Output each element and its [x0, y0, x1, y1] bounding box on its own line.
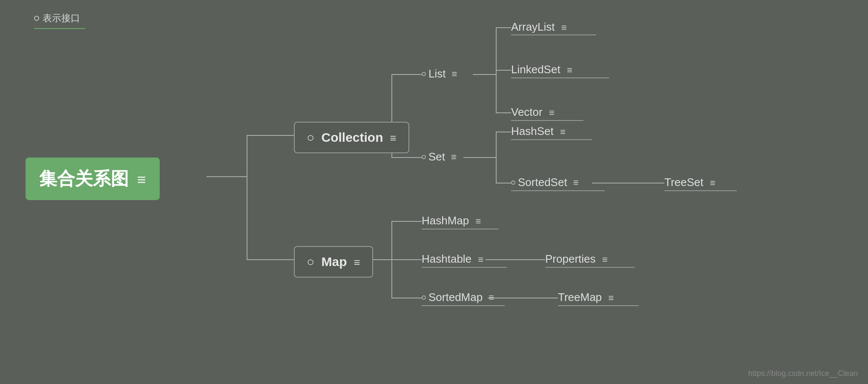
- legend-circle-icon: [34, 16, 39, 21]
- map-box[interactable]: ○ Map ≡: [294, 246, 373, 278]
- legend: 表示接口: [34, 12, 85, 29]
- root-menu-icon: ≡: [137, 171, 146, 188]
- list-label: List: [428, 67, 445, 80]
- sortedset-node[interactable]: SortedSet ≡: [511, 176, 579, 189]
- hashset-label: HashSet: [511, 125, 554, 138]
- treemap-label: TreeMap: [558, 291, 602, 304]
- set-menu-icon: ≡: [451, 152, 457, 163]
- arraylist-leaf[interactable]: ArrayList ≡: [511, 20, 567, 34]
- treemap-menu-icon: ≡: [608, 292, 614, 303]
- properties-menu-icon: ≡: [602, 254, 608, 265]
- linkedset-menu-icon: ≡: [567, 65, 572, 75]
- sortedmap-circle-icon: [422, 295, 426, 300]
- root-node[interactable]: 集合关系图 ≡: [26, 158, 160, 200]
- map-menu-icon: ≡: [354, 256, 360, 268]
- sortedmap-menu-icon: ≡: [489, 292, 494, 303]
- treemap-leaf[interactable]: TreeMap ≡: [558, 291, 614, 304]
- collection-menu-icon: ≡: [390, 132, 397, 144]
- hashmap-menu-icon: ≡: [476, 216, 481, 226]
- list-menu-icon: ≡: [451, 69, 457, 80]
- hashtable-menu-icon: ≡: [478, 254, 483, 265]
- hashset-menu-icon: ≡: [560, 126, 566, 137]
- root-label: 集合关系图: [39, 169, 129, 189]
- sortedset-menu-icon: ≡: [573, 177, 579, 188]
- arraylist-menu-icon: ≡: [561, 22, 567, 33]
- map-label: Map: [321, 255, 347, 269]
- linkedset-label: LinkedSet: [511, 63, 560, 76]
- set-circle-icon: [422, 155, 426, 159]
- set-node[interactable]: Set ≡: [422, 150, 457, 163]
- collection-label: Collection: [321, 130, 383, 144]
- treeset-menu-icon: ≡: [710, 178, 716, 188]
- linkedset-leaf[interactable]: LinkedSet ≡: [511, 63, 572, 76]
- watermark: https://blog.csdn.net/Ice__Clean: [748, 369, 858, 378]
- collection-prefix: ○: [307, 130, 314, 144]
- sortedmap-node[interactable]: SortedMap ≡: [422, 291, 494, 304]
- properties-label: Properties: [545, 252, 596, 265]
- list-node[interactable]: List ≡: [422, 67, 457, 80]
- treeset-label: TreeSet: [664, 176, 704, 189]
- legend-item: 表示接口: [34, 12, 85, 25]
- hashset-leaf[interactable]: HashSet ≡: [511, 125, 566, 138]
- sortedset-circle-icon: [511, 181, 515, 185]
- legend-line: [34, 28, 85, 29]
- list-circle-icon: [422, 72, 426, 76]
- legend-text: 表示接口: [43, 12, 80, 25]
- sortedset-label: SortedSet: [518, 176, 567, 189]
- collection-box[interactable]: ○ Collection ≡: [294, 122, 409, 153]
- set-label: Set: [428, 150, 445, 163]
- vector-menu-icon: ≡: [549, 107, 555, 118]
- hashmap-label: HashMap: [422, 214, 469, 227]
- canvas: 表示接口 集合关系图 ≡ ○ Collection ≡ ○ Map ≡ List…: [0, 0, 868, 384]
- watermark-text: https://blog.csdn.net/Ice__Clean: [748, 369, 858, 378]
- treeset-leaf[interactable]: TreeSet ≡: [664, 176, 716, 189]
- map-prefix: ○: [307, 255, 314, 269]
- hashtable-label: Hashtable: [422, 252, 471, 265]
- hashmap-leaf[interactable]: HashMap ≡: [422, 214, 481, 227]
- arraylist-label: ArrayList: [511, 20, 555, 33]
- vector-label: Vector: [511, 106, 543, 118]
- sortedmap-label: SortedMap: [428, 291, 483, 304]
- vector-leaf[interactable]: Vector ≡: [511, 106, 555, 119]
- properties-leaf[interactable]: Properties ≡: [545, 252, 608, 266]
- hashtable-leaf[interactable]: Hashtable ≡: [422, 252, 483, 266]
